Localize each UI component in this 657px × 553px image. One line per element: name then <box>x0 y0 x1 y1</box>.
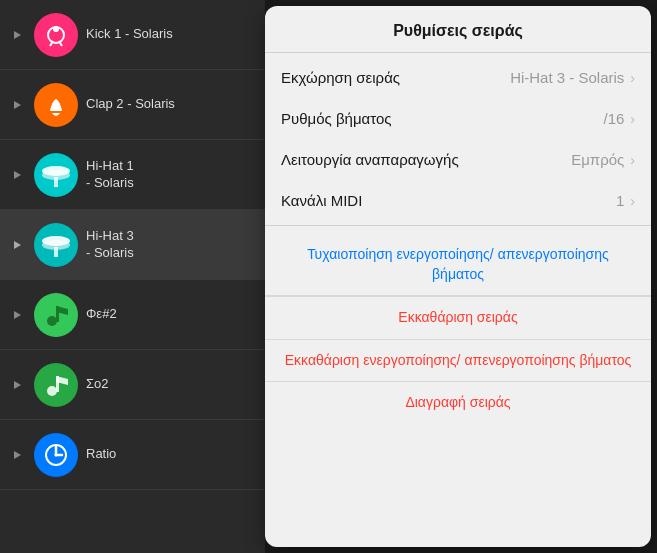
play-button[interactable] <box>8 236 26 254</box>
track-icon-hihat3 <box>34 223 78 267</box>
step-rate-row[interactable]: Ρυθμός βήματος /16 › <box>265 98 651 139</box>
track-icon-ratio <box>34 433 78 477</box>
svg-point-15 <box>47 316 57 326</box>
svg-marker-5 <box>14 101 21 109</box>
step-rate-label: Ρυθμός βήματος <box>281 110 603 127</box>
midi-channel-value: 1 <box>616 192 624 209</box>
track-icon-note2 <box>34 363 78 407</box>
playback-mode-value: Εμπρός <box>571 151 624 168</box>
clear-row-label: Εκκαθάριση σειράς <box>398 309 517 325</box>
track-icon-hihat1 <box>34 153 78 197</box>
svg-marker-14 <box>14 311 21 319</box>
svg-point-2 <box>53 26 59 32</box>
chevron-icon: › <box>630 70 635 86</box>
assign-label: Εκχώρηση σειράς <box>281 69 510 86</box>
svg-rect-13 <box>54 247 58 257</box>
track-row[interactable]: Kick 1 - Solaris <box>0 0 265 70</box>
svg-rect-9 <box>54 177 58 187</box>
play-button[interactable] <box>8 166 26 184</box>
track-name: Hi-Hat 1- Solaris <box>86 158 257 192</box>
track-row-active[interactable]: Hi-Hat 3- Solaris <box>0 210 265 280</box>
track-name-ratio: Ratio <box>86 446 257 463</box>
track-row[interactable]: Ratio <box>0 420 265 490</box>
svg-marker-17 <box>14 381 21 389</box>
track-icon-clap <box>34 83 78 127</box>
midi-channel-row[interactable]: Κανάλι MIDI 1 › <box>265 180 651 221</box>
assign-row[interactable]: Εκχώρηση σειράς Hi-Hat 3 - Solaris › <box>265 57 651 98</box>
svg-marker-0 <box>14 31 21 39</box>
playback-mode-row[interactable]: Λειτουργία αναπαραγωγής Εμπρός › <box>265 139 651 180</box>
play-button[interactable] <box>8 306 26 324</box>
delete-row-button[interactable]: Διαγραφή σειράς <box>265 381 651 424</box>
playback-mode-label: Λειτουργία αναπαραγωγής <box>281 151 571 168</box>
track-icon-kick <box>34 13 78 57</box>
actions-section: Τυχαιοποίηση ενεργοποίησης/ απενεργοποίη… <box>265 226 651 432</box>
assign-value: Hi-Hat 3 - Solaris <box>510 69 624 86</box>
settings-panel: Ρυθμίσεις σειράς Εκχώρηση σειράς Hi-Hat … <box>265 6 651 547</box>
track-name: Clap 2 - Solaris <box>86 96 257 113</box>
randomize-label: Τυχαιοποίηση ενεργοποίησης/ απενεργοποίη… <box>307 246 608 282</box>
svg-point-24 <box>55 453 58 456</box>
clear-steps-button[interactable]: Εκκαθάριση ενεργοποίησης/ απενεργοποίηση… <box>265 339 651 382</box>
svg-marker-6 <box>14 171 21 179</box>
track-name: Σο2 <box>86 376 257 393</box>
svg-point-18 <box>47 386 57 396</box>
chevron-icon: › <box>630 152 635 168</box>
clear-row-button[interactable]: Εκκαθάριση σειράς <box>265 296 651 339</box>
clear-steps-label: Εκκαθάριση ενεργοποίησης/ απενεργοποίηση… <box>285 352 632 368</box>
track-row[interactable]: Φε#2 <box>0 280 265 350</box>
settings-section: Εκχώρηση σειράς Hi-Hat 3 - Solaris › Ρυθ… <box>265 53 651 226</box>
track-row[interactable]: Hi-Hat 1- Solaris <box>0 140 265 210</box>
chevron-icon: › <box>630 193 635 209</box>
svg-marker-10 <box>14 241 21 249</box>
track-name: Hi-Hat 3- Solaris <box>86 228 257 262</box>
play-button[interactable] <box>8 26 26 44</box>
panel-title: Ρυθμίσεις σειράς <box>265 6 651 53</box>
randomize-button[interactable]: Τυχαιοποίηση ενεργοποίησης/ απενεργοποίη… <box>265 234 651 296</box>
chevron-icon: › <box>630 111 635 127</box>
midi-channel-label: Κανάλι MIDI <box>281 192 616 209</box>
svg-marker-20 <box>14 451 21 459</box>
track-icon-note1 <box>34 293 78 337</box>
play-button[interactable] <box>8 376 26 394</box>
step-rate-value: /16 <box>603 110 624 127</box>
track-row[interactable]: Σο2 <box>0 350 265 420</box>
play-button[interactable] <box>8 96 26 114</box>
delete-row-label: Διαγραφή σειράς <box>405 394 510 410</box>
play-button[interactable] <box>8 446 26 464</box>
track-list: Kick 1 - Solaris Clap 2 - Solaris Hi-Hat… <box>0 0 265 553</box>
track-name: Kick 1 - Solaris <box>86 26 257 43</box>
track-name: Φε#2 <box>86 306 257 323</box>
track-row[interactable]: Clap 2 - Solaris <box>0 70 265 140</box>
